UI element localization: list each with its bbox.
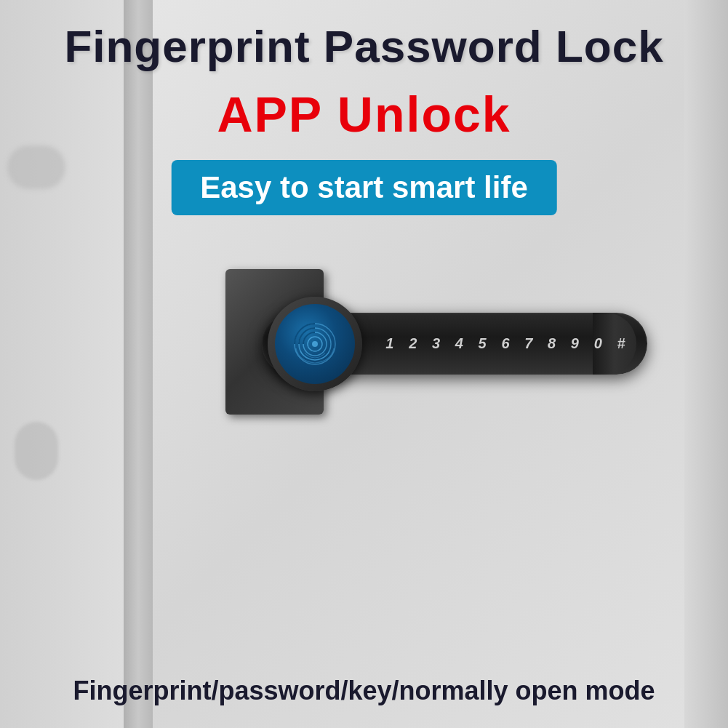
key-5: 5: [479, 335, 487, 352]
key-3: 3: [432, 335, 440, 352]
fingerprint-scanner-ring: [268, 297, 362, 391]
subtitle-banner: Easy to start smart life: [171, 160, 557, 215]
main-title: Fingerprint Password Lock: [0, 20, 728, 72]
key-0: 0: [594, 335, 602, 352]
key-8: 8: [548, 335, 556, 352]
fingerprint-scanner-inner: [275, 304, 355, 384]
fingerprint-icon: [289, 318, 341, 370]
app-unlock-title: APP Unlock: [0, 86, 728, 143]
subtitle-text: Easy to start smart life: [200, 170, 528, 204]
key-hash: #: [617, 335, 625, 352]
key-6: 6: [501, 335, 509, 352]
wall-detail-2: [15, 422, 58, 480]
key-9: 9: [571, 335, 579, 352]
bottom-text: Fingerprint/password/key/normally open m…: [0, 676, 728, 706]
key-4: 4: [455, 335, 463, 352]
svg-point-4: [312, 341, 318, 347]
keypad-area: 1 2 3 4 5 6 7 8 9 0 #: [371, 322, 640, 364]
key-1: 1: [385, 335, 393, 352]
key-7: 7: [524, 335, 532, 352]
key-2: 2: [409, 335, 417, 352]
wall-detail-1: [7, 145, 65, 189]
